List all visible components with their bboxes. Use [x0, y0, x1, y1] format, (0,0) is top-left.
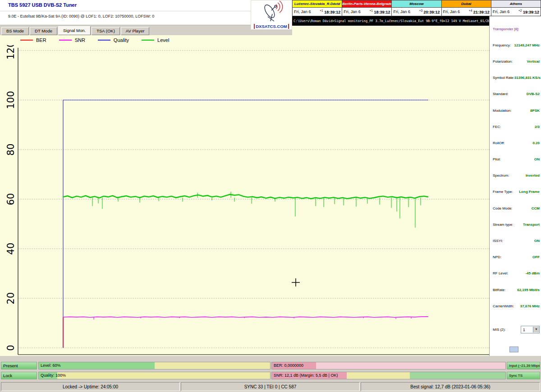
clock-3: DubaiFri, Jan 6+4 21:39:12: [441, 0, 491, 16]
device-title: TBS 5927 USB DVB-S2 Tuner: [8, 2, 77, 8]
param-label: BitRate:: [493, 288, 505, 292]
y-tick-label: 0: [5, 345, 16, 351]
y-tick-label: 20: [5, 292, 16, 305]
legend-item-ber: BER: [20, 37, 46, 43]
satellite-info: 9.0E - Eutelsat 9B/Ka-Sat 9A (ID: 0090) …: [8, 14, 154, 18]
tab-tsa-ok-[interactable]: TSA (OK): [92, 27, 120, 35]
utc-offset: +4: [469, 9, 472, 12]
status-meters: PresentLevel: 60%BER: 0,0000000Input (~2…: [0, 360, 541, 382]
statusbar-best-signal: Best signal: 12,7 dB (2023-01-06 05:36): [361, 382, 540, 391]
param-value: 0.20: [532, 141, 540, 145]
clock-time-row: Fri, Jan 6+3 20:39:12: [392, 7, 441, 16]
param-value: -45 dBm: [525, 271, 540, 275]
legend-label: Level: [157, 37, 169, 43]
panel-filler: [292, 26, 489, 35]
param-label: Modulation:: [493, 109, 511, 113]
clock-1: Berlin-Paris-Vienna-BelgradeFri, Jan 6+1…: [342, 0, 391, 16]
meter-segment: [155, 362, 270, 369]
param-row-spectrum-: Spectrum:Inverted: [490, 168, 541, 184]
mode-tabs: BS ModeDT ModeSignal Mon.TSA (OK)AV Play…: [0, 25, 292, 35]
param-label: Transponder [8]:: [493, 27, 519, 31]
legend-swatch: [59, 40, 72, 41]
world-clocks: Lučenec-Slovakia_R.DávidFri, Jan 6+1 18:…: [292, 0, 541, 16]
tab-dt-mode[interactable]: DT Mode: [30, 27, 57, 35]
param-row-stream-type-: Stream type:Transport: [490, 216, 541, 232]
param-value: 12149,247 MHz: [514, 43, 540, 47]
quality-meter: Quality: 100%: [38, 372, 270, 379]
y-tick-label: 100: [5, 91, 16, 109]
transponder-sidebar: Transponder [8]:Frequency:12149,247 MHzP…: [489, 16, 541, 356]
clock-time: +1 18:39:12: [320, 9, 340, 14]
quality-meter-label: Quality: 100%: [41, 372, 66, 379]
clock-date: Fri, Jan 6: [344, 9, 361, 14]
param-value: ON: [534, 239, 540, 243]
param-value: CCM: [532, 206, 540, 210]
param-row-rf-level-: RF Level:-45 dBm: [490, 265, 541, 282]
lock-indicator: Lock: [1, 372, 37, 379]
y-tick-label: 120: [5, 45, 16, 59]
param-row-issyi-: ISSYI:ON: [490, 232, 541, 249]
param-value: Inverted: [526, 173, 540, 178]
scroll-grip[interactable]: [509, 346, 518, 352]
param-label: Symbol Rate:: [493, 76, 514, 80]
param-label: Polarization:: [493, 59, 513, 64]
param-row-code-mode-: Code Mode:CCM: [490, 200, 541, 216]
statusbar-uptime: Locked -> Uptime: 24:05:00: [1, 382, 180, 391]
level-meter-label: Level: 60%: [41, 362, 61, 369]
param-row-npd-: NPD:OFF: [490, 249, 541, 265]
param-label: Frame Type:: [493, 190, 513, 194]
snr-meter-label: SNR: 12,1 dB (Margin: 5,5 dB | OK): [274, 372, 338, 379]
tab-signal-mon-[interactable]: Signal Mon.: [58, 26, 91, 35]
param-label: FEC:: [493, 125, 501, 129]
param-row-symbol-rate-: Symbol Rate:31396,831 KS/s: [490, 70, 541, 86]
signal-chart[interactable]: 020406080100120: [0, 45, 489, 356]
clock-4: AthensFri, Jan 6+2 19:39:12: [491, 0, 541, 16]
param-value: OFF: [532, 255, 540, 259]
y-tick-label: 80: [5, 144, 16, 156]
utc-offset: +3: [419, 9, 422, 12]
param-label: Stream type:: [493, 223, 513, 227]
tab-av-player[interactable]: AV Player: [121, 27, 150, 35]
param-row-carrierwidth-: CarrierWidth:37,676 MHz: [490, 298, 541, 314]
clock-date: Fri, Jan 6: [443, 9, 460, 14]
clock-time-row: Fri, Jan 6+2 19:39:12: [491, 7, 541, 16]
mis-select[interactable]: 1 ▼: [521, 326, 540, 333]
clock-date: Fri, Jan 6: [294, 9, 311, 14]
param-label: Code Mode:: [493, 206, 513, 210]
tab-bs-mode[interactable]: BS Mode: [1, 27, 29, 35]
clock-city: Lučenec-Slovakia_R.Dávid: [293, 0, 342, 7]
statusbar: Locked -> Uptime: 24:05:00SYNC 33 | TEI …: [0, 382, 541, 392]
ber-meter-label: BER: 0,0000000: [274, 362, 303, 369]
param-label: Standard:: [493, 92, 509, 96]
param-label: Spectrum:: [493, 173, 509, 178]
param-row-transponder-8-: Transponder [8]:: [490, 21, 541, 37]
snr-meter: SNR: 12,1 dB (Margin: 5,5 dB | OK): [271, 372, 506, 379]
param-value: ON: [534, 157, 540, 161]
legend-label: BER: [36, 37, 46, 43]
param-value: 2/3: [535, 125, 540, 129]
param-row-rolloff-: RollOff:0.20: [490, 135, 541, 151]
chevron-down-icon[interactable]: ▼: [533, 327, 539, 333]
param-row-frequency-: Frequency:12149,247 MHz: [490, 37, 541, 53]
meter-segment: [347, 372, 410, 379]
param-label: Frequency:: [493, 43, 511, 47]
clock-2: MoscowFri, Jan 6+3 20:39:12: [391, 0, 441, 16]
meter-segment: [57, 372, 270, 379]
present-indicator: Present: [1, 362, 37, 369]
clock-city: Berlin-Paris-Vienna-Belgrade: [342, 0, 391, 7]
legend-item-snr: SNR: [59, 37, 85, 43]
dxsatcs-logo: DXSATCS.COM: [251, 0, 292, 30]
statusbar-sync-counters: SYNC 33 | TEI 0 | CC 587: [181, 382, 360, 391]
param-label: RF Level:: [493, 271, 508, 275]
clock-time: +3 20:39:12: [419, 9, 440, 14]
param-row-bitrate-: BitRate:62,195 Mbit/s: [490, 282, 541, 298]
series-quality: [63, 100, 428, 348]
param-value: 31396,831 KS/s: [514, 76, 541, 80]
level-meter: Level: 60%: [38, 362, 270, 369]
header-divider: [0, 11, 292, 11]
param-value: 8PSK: [530, 109, 540, 113]
param-value: DVB-S2: [527, 92, 540, 96]
param-value: Vertical: [527, 59, 540, 64]
y-tick-label: 60: [5, 193, 16, 205]
clock-time: +2 19:39:12: [518, 9, 539, 14]
